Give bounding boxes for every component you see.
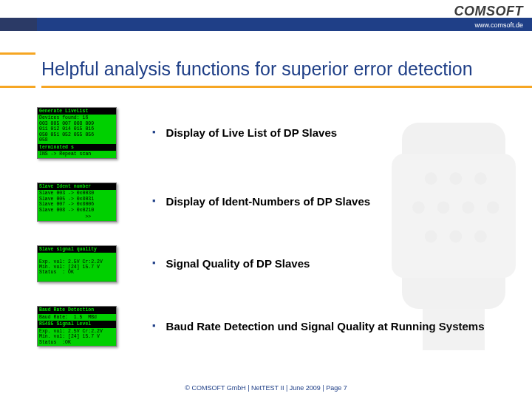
list-item: Slave Ident number Slave 003 -> 0x0030 S… [37,183,517,222]
title-accent [0,52,35,88]
bullet-icon: ▪ [152,256,156,270]
terminal-thumb-baudrate: Baud Rate Detection Baud Rate: 1.5 MBd R… [37,306,117,347]
bullet-text: Display of Live List of DP Slaves [166,126,337,140]
logo-text: COMSOFT [454,4,524,18]
bullet-icon: ▪ [152,194,156,208]
list-item: Baud Rate Detection Baud Rate: 1.5 MBd R… [37,306,517,347]
list-item: Generate LiveList Devices found: 16 003 … [37,107,517,159]
terminal-thumb-signal: Slave signal quality Exp. vol: 2.5V Cr:2… [37,245,117,283]
header: COMSOFT www.comsoft.de [0,0,532,31]
logo-url: www.comsoft.de [454,22,524,29]
page-title: Helpful analysis functions for superior … [41,52,532,88]
bullet-text: Signal Quality of DP Slaves [166,256,310,271]
footer: © COMSOFT GmbH | NetTEST II | June 2009 … [0,384,532,392]
terminal-thumb-ident: Slave Ident number Slave 003 -> 0x0030 S… [37,183,117,222]
bullet-icon: ▪ [152,126,156,139]
header-stripe [0,18,532,31]
title-row: Helpful analysis functions for superior … [0,52,532,88]
logo: COMSOFT www.comsoft.de [454,4,524,27]
bullet-icon: ▪ [152,319,156,332]
list-item: Slave signal quality Exp. vol: 2.5V Cr:2… [37,245,517,283]
bullet-text: Display of Ident-Numbers of DP Slaves [166,194,370,209]
bullet-text: Baud Rate Detection und Signal Quality a… [166,319,485,334]
content: Generate LiveList Devices found: 16 003 … [0,88,532,347]
terminal-thumb-livelist: Generate LiveList Devices found: 16 003 … [37,107,117,159]
